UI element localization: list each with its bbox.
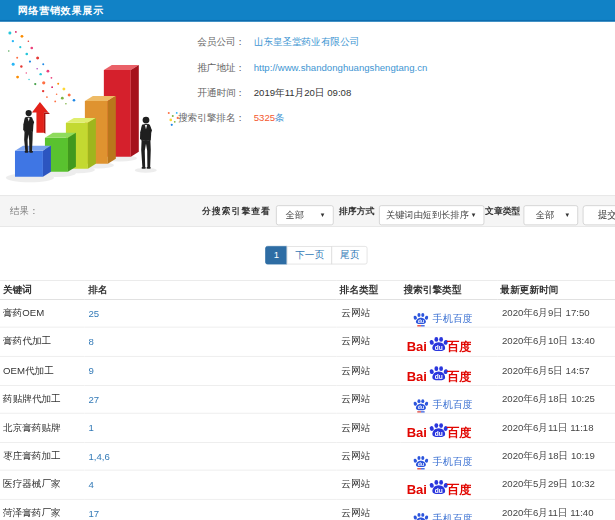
- table-row: 菏泽膏药厂家 17 云网站 du 手机百度 2020年6月11日 11:40: [0, 499, 615, 520]
- svg-text:du: du: [435, 373, 443, 380]
- updated-cell: 2020年5月29日 10:32: [497, 470, 615, 499]
- filter-bar: 结果： 分搜索引擎查看 全部▼ 排序方式 关键词由短到长排序▼ 文章类型 全部▼…: [0, 195, 615, 227]
- keyword-cell: OEM代加工: [0, 356, 85, 385]
- info-row-open-time: 开通时间：2019年11月20日 09:08: [0, 81, 615, 106]
- app-header: 网络营销效果展示: [0, 0, 615, 22]
- info-row-company: 会员公司：山东皇圣堂药业有限公司: [0, 30, 615, 55]
- mobile-baidu-label: 手机百度: [433, 312, 473, 326]
- baidu-logo: Bai du 百度: [407, 478, 472, 499]
- svg-text:du: du: [418, 461, 424, 467]
- page-1-button[interactable]: 1: [265, 246, 287, 264]
- table-row: OEM代加工 9 云网站 Bai du 百度 2020年6月5日 14:57: [0, 356, 615, 385]
- mobile-baidu-badge: du 手机百度: [413, 511, 473, 520]
- engine-badge-wrap: Bai du 百度: [404, 414, 498, 442]
- rank-cell[interactable]: 27: [85, 386, 337, 414]
- mobile-baidu-icon: du: [413, 311, 429, 326]
- engine-badge-wrap: du 手机百度: [404, 500, 498, 520]
- rank-type-cell: 云网站: [337, 356, 401, 385]
- info-row-url: 推广地址：http://www.shandonghuangshengtang.c…: [0, 55, 615, 80]
- engine-type-cell: Bai du 百度: [401, 413, 498, 442]
- mobile-baidu-icon: du: [413, 511, 429, 520]
- page: 网络营销效果展示: [0, 0, 615, 520]
- svg-text:Bai: Bai: [407, 425, 427, 440]
- rank-count-value: 5325: [254, 113, 275, 124]
- rank-cell[interactable]: 25: [85, 299, 337, 327]
- rank-count-unit: 条: [275, 113, 285, 124]
- sort-select[interactable]: 关键词由短到长排序▼: [379, 205, 484, 225]
- article-type-select[interactable]: 全部▼: [524, 205, 579, 225]
- table-row: 北京膏药贴牌 1 云网站 Bai du 百度 2020年6月11日 11:18: [0, 413, 615, 442]
- rank-cell[interactable]: 4: [85, 470, 337, 499]
- rank-type-cell: 云网站: [337, 299, 401, 327]
- hero-section: 会员公司：山东皇圣堂药业有限公司 推广地址：http://www.shandon…: [0, 23, 615, 195]
- engine-type-cell: Bai du 百度: [401, 327, 498, 356]
- engine-type-cell: du 手机百度: [401, 299, 498, 327]
- svg-text:Bai: Bai: [407, 339, 427, 354]
- updated-cell: 2020年6月10日 13:40: [497, 327, 615, 356]
- svg-text:Bai: Bai: [407, 369, 427, 384]
- baidu-logo: Bai du 百度: [407, 421, 472, 442]
- updated-cell: 2020年6月11日 11:18: [497, 413, 615, 442]
- updated-cell: 2020年6月18日 10:19: [497, 442, 615, 470]
- engine-badge-wrap: du 手机百度: [404, 443, 498, 470]
- baidu-logo: Bai du 百度: [407, 335, 472, 356]
- rank-cell[interactable]: 17: [85, 499, 337, 520]
- rank-type-cell: 云网站: [337, 442, 401, 470]
- info-row-rank-count: 搜索引擎排名：5325条: [0, 106, 615, 131]
- engine-badge-wrap: du 手机百度: [404, 386, 498, 413]
- svg-text:du: du: [418, 404, 424, 410]
- article-type-label: 文章类型: [485, 205, 520, 217]
- keyword-cell: 膏药OEM: [0, 299, 85, 327]
- table-header-row: 关键词 排名 排名类型 搜索引擎类型 最新更新时间: [0, 280, 615, 299]
- last-page-button[interactable]: 尾页: [332, 246, 368, 264]
- submit-button[interactable]: 提交: [583, 205, 615, 225]
- col-keyword: 关键词: [0, 280, 85, 299]
- rank-cell[interactable]: 9: [85, 356, 337, 385]
- engine-badge-wrap: Bai du 百度: [404, 470, 498, 498]
- mobile-baidu-badge: du 手机百度: [413, 454, 473, 469]
- rank-type-cell: 云网站: [337, 470, 401, 499]
- engine-type-cell: du 手机百度: [401, 386, 498, 414]
- mobile-baidu-label: 手机百度: [433, 455, 473, 469]
- sort-label: 排序方式: [339, 205, 374, 217]
- company-name-link[interactable]: 山东皇圣堂药业有限公司: [254, 37, 360, 48]
- mobile-baidu-badge: du 手机百度: [413, 397, 473, 412]
- engine-filter-label: 分搜索引擎查看: [202, 205, 271, 217]
- rank-cell[interactable]: 1,4,6: [85, 442, 337, 470]
- updated-cell: 2020年6月18日 10:25: [497, 386, 615, 414]
- mobile-baidu-badge: du 手机百度: [413, 311, 473, 326]
- next-page-button[interactable]: 下一页: [287, 246, 333, 264]
- svg-text:du: du: [418, 318, 424, 324]
- col-rank: 排名: [85, 280, 337, 299]
- keyword-cell: 医疗器械厂家: [0, 470, 85, 499]
- keyword-rank-table: 关键词 排名 排名类型 搜索引擎类型 最新更新时间 膏药OEM 25 云网站 d…: [0, 280, 615, 520]
- rank-count-label: 搜索引擎排名：: [0, 106, 245, 131]
- engine-select-value: 全部: [286, 209, 304, 220]
- rank-cell[interactable]: 8: [85, 327, 337, 356]
- promo-url-label: 推广地址：: [0, 55, 245, 80]
- rank-type-cell: 云网站: [337, 327, 401, 356]
- pagination: 1 下一页 尾页: [265, 246, 368, 264]
- engine-type-cell: Bai du 百度: [401, 356, 498, 385]
- keyword-cell: 药贴牌代加工: [0, 386, 85, 414]
- open-time-value: 2019年11月20日 09:08: [254, 88, 352, 99]
- open-time-label: 开通时间：: [0, 81, 245, 106]
- sort-select-value: 关键词由短到长排序: [386, 209, 469, 220]
- updated-cell: 2020年6月11日 11:40: [497, 499, 615, 520]
- rank-cell[interactable]: 1: [85, 413, 337, 442]
- result-label: 结果：: [10, 204, 39, 217]
- svg-text:百度: 百度: [446, 370, 472, 384]
- updated-cell: 2020年6月9日 17:50: [497, 299, 615, 327]
- chevron-down-icon: ▼: [564, 206, 570, 224]
- engine-type-cell: Bai du 百度: [401, 470, 498, 499]
- article-type-select-value: 全部: [536, 209, 554, 220]
- table-row: 膏药代加工 8 云网站 Bai du 百度 2020年6月10日 13:40: [0, 327, 615, 356]
- table-row: 膏药OEM 25 云网站 du 手机百度 2020年6月9日 17:50: [0, 299, 615, 327]
- baidu-logo: Bai du 百度: [407, 364, 472, 385]
- promo-url-link[interactable]: http://www.shandonghuangshengtang.cn: [254, 62, 428, 73]
- updated-cell: 2020年6月5日 14:57: [497, 356, 615, 385]
- svg-text:du: du: [435, 487, 443, 494]
- col-rank-type: 排名类型: [337, 280, 401, 299]
- engine-select[interactable]: 全部▼: [276, 205, 334, 225]
- mobile-baidu-icon: du: [413, 397, 429, 412]
